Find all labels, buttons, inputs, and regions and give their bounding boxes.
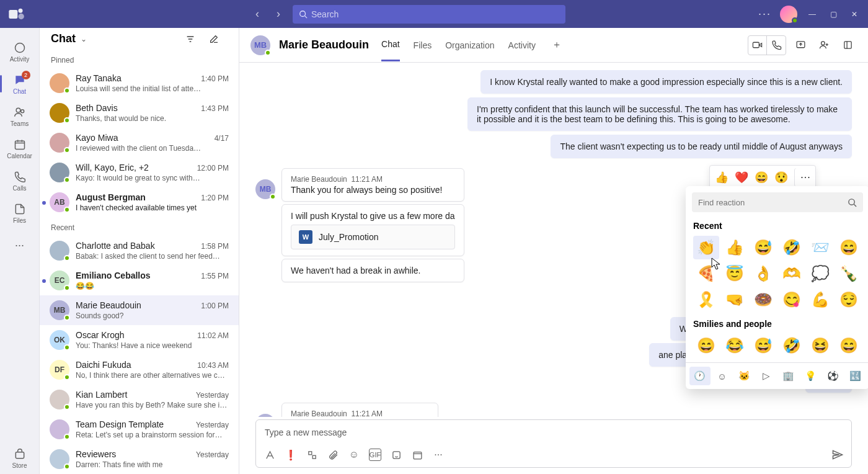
emoji-category[interactable]: 🐱 — [734, 367, 755, 385]
emoji-cell[interactable]: 🤣 — [779, 236, 805, 259]
message-bubble[interactable]: I will push Krystal to give us a few mor… — [281, 204, 464, 256]
chat-list-item[interactable]: Kian LambertYesterdayHave you ran this b… — [40, 385, 239, 414]
nav-forward-button[interactable]: › — [269, 5, 288, 24]
loop-icon[interactable] — [306, 449, 318, 461]
sticker-icon[interactable] — [390, 449, 402, 461]
tab-activity[interactable]: Activity — [508, 30, 536, 61]
chat-list-item[interactable]: Charlotte and Babak1:58 PMBabak: I asked… — [40, 236, 239, 266]
emoji-cell[interactable]: 🫶 — [779, 262, 805, 285]
rail-teams[interactable]: Teams — [0, 100, 39, 132]
profile-avatar[interactable] — [780, 6, 797, 23]
emoji-cell[interactable]: 😅 — [750, 236, 776, 259]
emoji-category[interactable]: ⚽ — [823, 367, 844, 385]
message-bubble[interactable]: I'm pretty confident that this launch wi… — [467, 97, 852, 131]
rail-more[interactable]: ··· — [0, 229, 39, 261]
chat-list-item[interactable]: DFDaichi Fukuda10:43 AMNo, I think there… — [40, 355, 239, 385]
new-chat-button[interactable] — [209, 30, 228, 48]
emoji-cell[interactable]: 📨 — [807, 236, 833, 259]
emoji-cell[interactable]: 🎗️ — [693, 288, 719, 311]
chat-list-item[interactable]: Will, Kayo, Eric, +212:00 PMKayo: It wou… — [40, 158, 239, 187]
emoji-cell[interactable]: 🤣 — [779, 334, 805, 357]
important-icon[interactable]: ❗ — [285, 449, 297, 461]
message-avatar[interactable]: MB — [255, 414, 275, 417]
emoji-category[interactable]: ▷ — [756, 367, 777, 385]
gif-icon[interactable]: GIF — [369, 449, 381, 461]
tab-files[interactable]: Files — [414, 30, 432, 61]
global-search[interactable] — [293, 5, 565, 24]
emoji-category[interactable]: 🏢 — [778, 367, 799, 385]
send-button[interactable] — [831, 449, 844, 461]
message-avatar[interactable]: MB — [255, 179, 275, 199]
chat-list-item[interactable]: OKOscar Krogh11:02 AMYou: Thanks! Have a… — [40, 325, 239, 355]
chevron-down-icon[interactable]: ⌄ — [81, 35, 87, 43]
maximize-button[interactable]: ▢ — [827, 8, 839, 20]
emoji-cell[interactable]: 💪 — [807, 288, 833, 311]
message-bubble[interactable]: Marie Beaudouin 11:21 AM Thank you for a… — [281, 168, 464, 202]
message-bubble[interactable]: We haven't had a break in awhile. — [281, 259, 464, 282]
emoji-icon[interactable]: ☺ — [348, 449, 360, 461]
rail-calendar[interactable]: Calendar — [0, 132, 39, 164]
share-screen-button[interactable] — [791, 36, 810, 55]
rail-store[interactable]: Store — [0, 442, 39, 474]
tab-organization[interactable]: Organization — [445, 30, 494, 61]
emoji-cell[interactable]: 👌 — [750, 262, 776, 285]
audio-call-button[interactable] — [767, 36, 786, 55]
chat-list-item[interactable]: Team Design TemplateYesterdayReta: Let's… — [40, 414, 239, 444]
emoji-category[interactable]: ☺ — [712, 367, 733, 385]
emoji-cell[interactable]: 😄 — [836, 236, 862, 259]
message-input[interactable]: Type a new message — [256, 420, 851, 445]
format-icon[interactable] — [264, 449, 276, 461]
tab-chat[interactable]: Chat — [381, 29, 400, 61]
chat-list-item[interactable]: ReviewersYesterdayDarren: Thats fine wit… — [40, 444, 239, 474]
popout-button[interactable] — [838, 36, 857, 55]
emoji-cell[interactable]: 😂 — [722, 334, 748, 357]
emoji-cell[interactable]: 😋 — [779, 288, 805, 311]
message-bubble[interactable]: The client wasn't expecting us to be rea… — [551, 135, 852, 158]
message-bubble[interactable]: Marie Beaudouin 11:21 AM Yes! That would… — [281, 403, 438, 417]
reaction-heart[interactable]: ❤️ — [732, 168, 751, 187]
emoji-category[interactable]: 🔣 — [844, 367, 866, 385]
emoji-cell[interactable]: 🍾 — [836, 262, 862, 285]
chat-list-item[interactable]: Ray Tanaka1:40 PMLouisa will send the in… — [40, 68, 239, 98]
emoji-category[interactable]: 💡 — [800, 367, 822, 385]
header-avatar[interactable]: MB — [250, 35, 270, 55]
compose-more-icon[interactable]: ··· — [432, 449, 445, 461]
rail-files[interactable]: Files — [0, 197, 39, 229]
chat-list-item[interactable]: MBMarie Beaudouin1:00 PMSounds good? — [40, 295, 239, 325]
emoji-search[interactable] — [692, 192, 863, 212]
add-people-button[interactable] — [815, 36, 833, 55]
emoji-cell[interactable]: 👍 — [722, 236, 748, 259]
reaction-surprised[interactable]: 😯 — [772, 168, 790, 187]
file-attachment[interactable]: W July_Promotion — [291, 225, 455, 249]
chat-list-item[interactable]: Beth Davis1:43 PMThanks, that would be n… — [40, 98, 239, 128]
emoji-cell[interactable]: 💭 — [807, 262, 833, 285]
emoji-category[interactable]: 🕐 — [689, 367, 711, 385]
emoji-cell[interactable]: 😅 — [750, 334, 776, 357]
rail-activity[interactable]: Activity — [0, 35, 39, 68]
chat-list-item[interactable]: Kayo Miwa4/17I reviewed with the client … — [40, 128, 239, 158]
reaction-thumbs-up[interactable]: 👍 — [712, 168, 731, 187]
video-call-button[interactable] — [748, 36, 767, 55]
emoji-cell[interactable]: 😄 — [693, 334, 719, 357]
rail-chat[interactable]: 2 Chat — [0, 68, 39, 100]
chat-list-item[interactable]: ECEmiliano Ceballos1:55 PM😂😂 — [40, 266, 239, 295]
emoji-cell[interactable]: 🍕 — [693, 262, 719, 285]
filter-button[interactable] — [185, 30, 204, 48]
emoji-cell[interactable]: 😄 — [836, 334, 862, 357]
message-bubble[interactable]: I know Krystal really wanted to make a g… — [480, 70, 852, 94]
emoji-cell[interactable]: 🍩 — [750, 288, 776, 311]
minimize-button[interactable]: — — [806, 8, 818, 20]
settings-menu-button[interactable]: ··· — [758, 7, 771, 20]
emoji-cell[interactable]: 👏 — [693, 236, 719, 259]
close-button[interactable]: ✕ — [848, 8, 861, 20]
emoji-cell[interactable]: 😆 — [807, 334, 833, 357]
more-reactions-button[interactable]: ··· — [794, 168, 813, 187]
emoji-cell[interactable]: 😌 — [836, 288, 862, 311]
attach-icon[interactable] — [327, 449, 339, 461]
nav-back-button[interactable]: ‹ — [248, 5, 267, 24]
schedule-icon[interactable] — [411, 449, 423, 461]
emoji-cell[interactable]: 🤜 — [722, 288, 748, 311]
add-tab-button[interactable]: ＋ — [552, 38, 562, 51]
chat-list-item[interactable]: ABAugust Bergman1:20 PMI haven't checked… — [40, 187, 239, 217]
reaction-laugh[interactable]: 😄 — [752, 168, 771, 187]
